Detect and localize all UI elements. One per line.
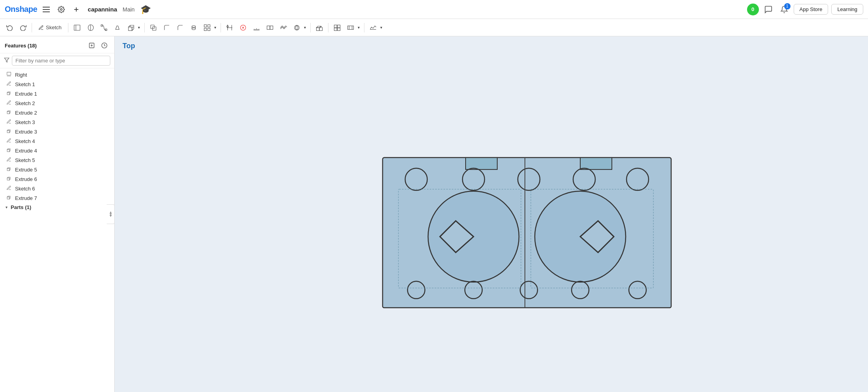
feature-item[interactable]: Extrude 4 [0,146,114,155]
svg-rect-2 [43,11,50,12]
add-feature-button[interactable] [87,40,97,51]
settings-button[interactable] [55,4,67,15]
feature-item[interactable]: Sketch 2 [0,98,114,108]
sketch-surface-button[interactable] [277,21,290,34]
feature-item[interactable]: Extrude 2 [0,108,114,117]
svg-rect-88 [580,158,612,170]
features-list: RightSketch 1Extrude 1Sketch 2Extrude 2S… [0,68,114,392]
svg-rect-81 [7,197,9,199]
feature-item-label: Sketch 4 [15,138,35,144]
svg-rect-45 [338,28,340,30]
appearance-dropdown-arrow[interactable]: ▾ [302,21,308,34]
sidebar-header-icons [87,40,109,51]
toolbar-divider-1 [32,23,32,32]
fillet-button[interactable] [160,21,173,34]
feature-item[interactable]: Sketch 3 [0,117,114,127]
feature-item[interactable]: Sketch 4 [0,136,114,146]
feature-item[interactable]: Extrude 3 [0,127,114,136]
revolve-button[interactable] [84,21,97,34]
viewport[interactable]: Top [115,36,868,392]
view-options-button[interactable] [331,21,343,34]
feature-item-label: Extrude 2 [15,110,37,116]
surface-tools-dropdown-arrow[interactable]: ▾ [379,21,384,34]
extrude-dropdown-arrow[interactable]: ▾ [136,21,142,34]
feature-item[interactable]: Extrude 5 [0,165,114,174]
measure-button[interactable] [250,21,263,34]
svg-rect-87 [466,158,497,170]
expand-icon: ▾ [6,205,8,209]
sketch-feature-icon [6,100,12,106]
sheet-metal-dropdown-arrow[interactable]: ▾ [356,21,362,34]
feature-item[interactable]: Extrude 6 [0,174,114,184]
toolbar: Sketch ▾ ▾ [0,19,868,36]
svg-rect-46 [347,26,353,29]
delete-solid-button[interactable] [237,21,249,34]
extrude-dropdown-button[interactable] [125,21,137,34]
features-title: Features (18) [5,43,37,49]
svg-rect-65 [7,130,9,132]
sketch-feature-icon [6,81,12,87]
feature-item-label: Sketch 6 [15,186,35,192]
chat-button[interactable] [762,3,775,16]
view-label: Top [123,42,135,50]
notifications-button[interactable]: 1 [778,3,791,16]
features-sidebar: Features (18) RightSketch 1Extrude 1Sket… [0,36,115,392]
extrude-feature-icon [6,147,12,154]
feature-item[interactable]: Extrude 7 [0,193,114,203]
feature-item[interactable]: Right [0,70,114,79]
main-area: Features (18) RightSketch 1Extrude 1Sket… [0,36,868,392]
svg-marker-58 [7,92,10,95]
boolean-button[interactable] [147,21,160,34]
loft-button[interactable] [111,21,124,34]
feature-item[interactable]: Sketch 5 [0,155,114,165]
sketch-feature-icon [6,119,12,125]
transform-button[interactable] [223,21,236,34]
feature-item[interactable]: Sketch 1 [0,79,114,89]
collapse-handle[interactable] [107,204,115,224]
pattern-dropdown-button[interactable] [201,21,213,34]
sketch-tool-button[interactable]: Sketch [34,23,66,32]
svg-rect-35 [267,26,270,29]
section-view-button[interactable] [264,21,276,34]
pattern-dropdown-arrow[interactable]: ▾ [213,21,218,34]
extrude-feature-icon [6,176,12,182]
feature-item-label: Extrude 1 [15,91,37,97]
history-button[interactable] [99,40,109,51]
svg-rect-1 [43,9,50,10]
surface-tools-button[interactable] [367,21,379,34]
assembly-button[interactable] [313,21,326,34]
svg-rect-77 [7,178,9,180]
cad-model-view [379,154,675,313]
undo-button[interactable] [3,21,16,34]
add-button[interactable] [70,4,82,15]
parts-group-item[interactable]: ▾ Parts (1) [0,203,114,212]
svg-point-19 [192,25,195,27]
toolbar-divider-4 [221,23,221,32]
chamfer-button[interactable] [174,21,187,34]
new-studio-button[interactable] [71,21,83,34]
svg-marker-11 [115,26,119,29]
filter-input[interactable] [12,56,110,66]
svg-marker-70 [7,149,10,152]
svg-marker-14 [128,25,134,31]
feature-item-label: Sketch 5 [15,157,35,163]
redo-button[interactable] [17,21,29,34]
toolbar-divider-3 [144,23,145,32]
svg-point-20 [192,28,195,30]
sheet-metal-button[interactable] [344,21,357,34]
app-store-button[interactable]: App Store [794,4,828,15]
toolbar-divider-2 [68,23,68,32]
graduation-icon: 🎓 [140,4,151,15]
doc-title: capannina [88,6,117,13]
feature-item[interactable]: Extrude 1 [0,89,114,98]
learning-button[interactable]: Learning [831,4,863,15]
svg-rect-44 [334,28,337,30]
appearance-button[interactable] [291,21,303,34]
sweep-button[interactable] [98,21,110,34]
svg-rect-69 [7,149,9,151]
svg-rect-22 [208,24,210,27]
feature-item[interactable]: Sketch 6 [0,184,114,193]
sidebar-header: Features (18) [0,36,114,53]
hamburger-menu-button[interactable] [40,4,52,15]
hole-button[interactable] [187,21,200,34]
